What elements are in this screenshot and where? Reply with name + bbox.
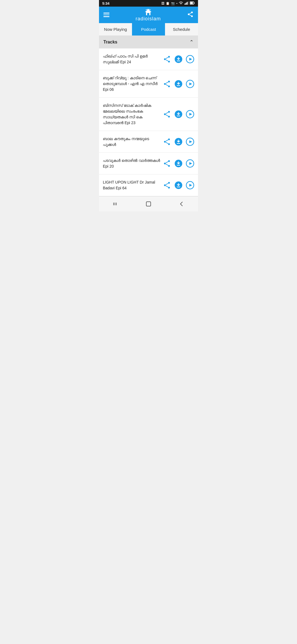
svg-line-19: [166, 57, 168, 59]
svg-point-15: [168, 56, 170, 58]
app-logo: radioislam: [136, 8, 161, 22]
svg-line-18: [166, 60, 168, 61]
svg-point-47: [168, 160, 170, 162]
track-share-button[interactable]: [163, 181, 171, 189]
svg-marker-46: [189, 140, 192, 143]
track-title: LIGHT UPON LIGHT Dr Jamal Badavi Epi 64: [103, 179, 160, 191]
svg-line-51: [166, 162, 168, 163]
svg-point-57: [168, 187, 170, 189]
svg-line-27: [166, 82, 168, 83]
track-item: LIGHT UPON LIGHT Dr Jamal Badavi Epi 64: [99, 174, 198, 196]
svg-point-11: [188, 13, 189, 15]
svg-rect-6: [194, 2, 195, 4]
track-item: ബുക്ക് റിവ്യൂ : കാടിനെ ചെന്ന് തൊടുമ്പോൾ …: [99, 70, 198, 98]
header-share-button[interactable]: [187, 11, 194, 19]
track-share-button[interactable]: [163, 80, 171, 88]
svg-rect-2: [187, 2, 188, 5]
svg-point-16: [164, 58, 166, 60]
track-play-button[interactable]: [186, 80, 194, 88]
svg-line-43: [166, 140, 168, 141]
logo-icon: [143, 8, 154, 17]
nav-back-button[interactable]: [176, 200, 187, 208]
track-play-button[interactable]: [186, 110, 194, 118]
track-actions: [163, 159, 194, 168]
app-name: radioislam: [136, 16, 161, 22]
battery-icon: [190, 1, 195, 5]
svg-line-58: [166, 186, 168, 187]
tracks-title: Tracks: [103, 40, 117, 45]
dot-status-icon: •: [176, 2, 177, 5]
track-download-button[interactable]: [174, 138, 183, 146]
track-share-button[interactable]: [163, 138, 171, 146]
svg-marker-22: [189, 58, 192, 61]
track-actions: [163, 181, 194, 189]
svg-marker-7: [145, 9, 152, 12]
track-title: ബുക്ക് റിവ്യൂ : കാടിനെ ചെന്ന് തൊടുമ്പോൾ …: [103, 75, 160, 92]
track-play-button[interactable]: [186, 159, 194, 168]
track-share-button[interactable]: [163, 110, 171, 118]
svg-rect-65: [116, 203, 117, 205]
tracks-collapse-button[interactable]: ⌃: [189, 39, 194, 45]
tab-podcast[interactable]: Podcast: [132, 23, 165, 36]
track-download-button[interactable]: [174, 181, 183, 189]
image-status-icon: 🖼: [161, 2, 164, 5]
track-download-button[interactable]: [174, 159, 183, 168]
track-title: ബിസിനസ് ടോക് കാർഷിക മേഖലയിലെ സംരംഭക സാധ്…: [103, 103, 160, 126]
svg-point-25: [168, 85, 170, 87]
svg-point-24: [164, 83, 166, 84]
svg-point-31: [168, 111, 170, 113]
tab-schedule[interactable]: Schedule: [165, 23, 198, 36]
tab-now-playing[interactable]: Now Playing: [99, 23, 132, 36]
nav-home-button[interactable]: [143, 200, 154, 208]
svg-rect-64: [115, 203, 115, 205]
svg-rect-9: [147, 13, 149, 15]
track-item: പടവുകൾ തൊഴിൽ വാർത്തകൾ Epi 20: [99, 153, 198, 174]
track-play-button[interactable]: [186, 55, 194, 63]
track-actions: [163, 80, 194, 88]
track-play-button[interactable]: [186, 138, 194, 146]
status-time: 5:34: [102, 1, 109, 6]
track-download-button[interactable]: [174, 80, 183, 88]
svg-point-48: [164, 163, 166, 164]
svg-line-26: [166, 84, 168, 86]
track-actions: [163, 110, 194, 118]
track-list: ഫിഖ്ഹ് പാഠം സി പി ഉമർ സുല്ലമി Epi 24: [99, 48, 198, 196]
signal-icon: [185, 1, 188, 5]
svg-marker-62: [189, 184, 192, 187]
track-title: ബാല കൗതുകം നന്മയുടെ പൂക്കൾ: [103, 136, 160, 148]
svg-line-34: [166, 115, 168, 116]
track-download-button[interactable]: [174, 110, 183, 118]
svg-line-42: [166, 142, 168, 144]
tracks-section-header: Tracks ⌃: [99, 36, 198, 48]
track-download-button[interactable]: [174, 55, 183, 63]
svg-point-12: [191, 15, 193, 17]
svg-point-33: [168, 116, 170, 118]
svg-point-10: [191, 12, 193, 13]
track-item: ബിസിനസ് ടോക് കാർഷിക മേഖലയിലെ സംരംഭക സാധ്…: [99, 98, 198, 131]
svg-point-41: [168, 143, 170, 145]
app-bar: radioislam: [99, 7, 198, 23]
nav-menu-button[interactable]: [110, 200, 121, 208]
svg-point-23: [168, 81, 170, 82]
track-title: പടവുകൾ തൊഴിൽ വാർത്തകൾ Epi 20: [103, 158, 160, 169]
track-share-button[interactable]: [163, 55, 171, 63]
status-bar: 5:34 🖼 📋 📷 •: [99, 0, 198, 7]
svg-rect-3: [188, 1, 188, 5]
svg-rect-66: [146, 202, 151, 206]
svg-marker-38: [189, 113, 192, 116]
svg-point-32: [164, 113, 166, 115]
svg-point-49: [168, 165, 170, 167]
svg-line-14: [189, 13, 191, 14]
svg-point-40: [164, 141, 166, 143]
track-play-button[interactable]: [186, 181, 194, 189]
status-icons: 🖼 📋 📷 •: [161, 1, 195, 5]
track-item: ഫിഖ്ഹ് പാഠം സി പി ഉമർ സുല്ലമി Epi 24: [99, 48, 198, 70]
wifi-icon: [179, 1, 183, 5]
tab-bar: Now Playing Podcast Schedule: [99, 23, 198, 36]
svg-rect-1: [186, 3, 186, 5]
hamburger-menu-button[interactable]: [103, 13, 109, 17]
track-share-button[interactable]: [163, 159, 171, 168]
svg-line-13: [189, 15, 191, 16]
svg-line-35: [166, 112, 168, 114]
svg-rect-5: [190, 2, 193, 4]
